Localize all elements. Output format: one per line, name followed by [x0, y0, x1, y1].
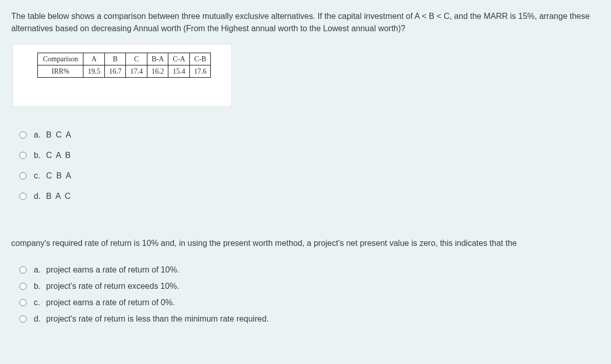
- option-letter: d.: [34, 190, 46, 202]
- table-cell: 16.7: [104, 65, 126, 78]
- option-text: project earns a rate of return of 0%.: [46, 297, 175, 309]
- table-cell: 15.4: [168, 65, 190, 78]
- table-header-cell: C-B: [189, 53, 211, 65]
- option-a[interactable]: a. B C A: [11, 125, 600, 145]
- radio-icon: [19, 152, 27, 159]
- option-b[interactable]: b. project's rate of return exceeds 10%.: [11, 278, 600, 294]
- radio-icon: [19, 266, 27, 274]
- option-letter: d.: [34, 313, 46, 325]
- option-d[interactable]: d. B A C: [11, 186, 600, 207]
- table-cell: 17.4: [126, 65, 147, 78]
- question2-text: company's required rate of return is 10%…: [11, 237, 600, 249]
- option-text: C B A: [46, 170, 72, 182]
- option-text: B C A: [46, 129, 72, 141]
- option-text: project's rate of return is less than th…: [46, 313, 269, 325]
- question2-options: a. project earns a rate of return of 10%…: [11, 262, 600, 327]
- radio-icon: [19, 172, 27, 179]
- radio-icon: [19, 193, 27, 200]
- option-d[interactable]: d. project's rate of return is less than…: [11, 311, 600, 327]
- option-text: B A C: [46, 190, 72, 202]
- table-header-cell: B: [104, 53, 126, 65]
- table-cell: 16.2: [147, 65, 168, 78]
- radio-icon: [19, 283, 27, 290]
- option-letter: b.: [34, 149, 46, 162]
- table-cell: IRR%: [38, 65, 83, 78]
- option-b[interactable]: b. C A B: [11, 145, 600, 166]
- table-header-cell: B-A: [147, 53, 168, 65]
- option-letter: a.: [34, 129, 46, 141]
- option-c[interactable]: c. C B A: [11, 166, 600, 186]
- radio-icon: [19, 299, 27, 306]
- option-letter: c.: [34, 170, 46, 182]
- question1-text: The table below shows a comparison betwe…: [11, 10, 600, 35]
- option-c[interactable]: c. project earns a rate of return of 0%.: [11, 294, 600, 311]
- comparison-table: Comparison A B C B-A C-A C-B IRR% 19.5 1…: [37, 53, 211, 78]
- table-header-cell: C: [126, 53, 147, 65]
- option-text: C A B: [46, 149, 72, 162]
- option-letter: a.: [34, 264, 46, 276]
- table-header-cell: C-A: [168, 53, 190, 65]
- table-header-cell: Comparison: [38, 53, 83, 65]
- question1-options: a. B C A b. C A B c. C B A d. B A C: [11, 125, 600, 207]
- radio-icon: [19, 131, 27, 139]
- table-cell: 19.5: [83, 65, 105, 78]
- option-a[interactable]: a. project earns a rate of return of 10%…: [11, 262, 600, 278]
- option-letter: b.: [34, 280, 46, 292]
- comparison-table-box: Comparison A B C B-A C-A C-B IRR% 19.5 1…: [12, 44, 232, 107]
- option-text: project earns a rate of return of 10%.: [46, 264, 180, 276]
- option-letter: c.: [34, 297, 46, 309]
- option-text: project's rate of return exceeds 10%.: [46, 280, 179, 292]
- table-header-cell: A: [83, 53, 105, 65]
- table-cell: 17.6: [189, 65, 211, 78]
- radio-icon: [19, 315, 27, 323]
